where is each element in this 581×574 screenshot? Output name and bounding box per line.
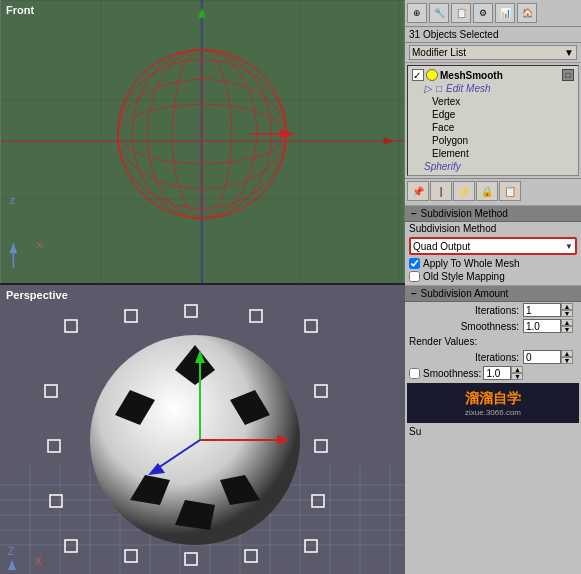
svg-text:Z: Z (9, 195, 15, 206)
render-smoothness-input[interactable] (483, 366, 511, 380)
render-values-label: Render Values: (405, 334, 581, 349)
render-iterations-row: Iterations: ▲ ▼ (405, 349, 581, 365)
sub-bottom: Su (405, 425, 581, 438)
sub-bottom-label: Su (409, 426, 421, 437)
old-style-mapping-checkbox[interactable] (409, 271, 420, 282)
render-iterations-input[interactable] (523, 350, 561, 364)
element-label: Element (432, 148, 469, 159)
perspective-viewport-label: Perspective (6, 289, 68, 301)
modifier-list-row[interactable]: Modifier List ▼ (405, 43, 581, 63)
render-iterations-label: Iterations: (409, 352, 523, 363)
subdivision-method-title: Subdivision Method (421, 208, 508, 219)
viewport-perspective[interactable]: Perspective (0, 285, 405, 574)
viewport-front[interactable]: Front (0, 0, 405, 285)
meshsmooth-checkbox[interactable]: ✓ (412, 69, 424, 81)
stack-btn4[interactable]: 🔒 (476, 181, 498, 201)
render-smoothness-row: Smoothness: ▲ ▼ (405, 365, 581, 381)
toolbar-btn-6[interactable]: 🏠 (517, 3, 537, 23)
modifier-stack: ✓ MeshSmooth □ ▷ □ Edit Mesh Vertex Edge… (407, 65, 579, 176)
render-iterations-up[interactable]: ▲ (561, 350, 573, 357)
pin-btn[interactable]: 📌 (407, 181, 429, 201)
edge-label: Edge (432, 109, 455, 120)
old-style-mapping-row[interactable]: Old Style Mapping (405, 270, 581, 283)
smoothness-input[interactable] (523, 319, 561, 333)
smoothness-down[interactable]: ▼ (561, 326, 573, 333)
right-panel: ⊕ 🔧 📋 ⚙ 📊 🏠 31 Objects Selected Modifier… (405, 0, 581, 574)
stack-btn3[interactable]: ⚡ (453, 181, 475, 201)
stack-item-editmesh[interactable]: ▷ □ Edit Mesh (422, 82, 576, 95)
meshsmooth-label: MeshSmooth (440, 70, 503, 81)
status-text: 31 Objects Selected (409, 29, 499, 40)
top-toolbar: ⊕ 🔧 📋 ⚙ 📊 🏠 (405, 0, 581, 27)
render-smoothness-label: Smoothness: (423, 368, 481, 379)
editmesh-label: Edit Mesh (446, 83, 490, 94)
stack-item-edge[interactable]: Edge (430, 108, 576, 121)
status-bar: 31 Objects Selected (405, 27, 581, 43)
toolbar-btn-1[interactable]: ⊕ (407, 3, 427, 23)
front-grid: Z X (0, 0, 405, 283)
subdivision-method-sublabel: Subdivision Method (405, 222, 581, 235)
apply-to-whole-mesh-row[interactable]: Apply To Whole Mesh (405, 257, 581, 270)
smoothness-arrows: ▲ ▼ (561, 319, 573, 333)
smoothness-label: Smoothness: (409, 321, 523, 332)
stack-item-polygon[interactable]: Polygon (430, 134, 576, 147)
subdivision-amount-header: – Subdivision Amount (405, 285, 581, 302)
stack-item-face[interactable]: Face (430, 121, 576, 134)
render-smoothness-arrows: ▲ ▼ (511, 366, 523, 380)
meshsmooth-collapse[interactable]: □ (562, 69, 574, 81)
iterations-up[interactable]: ▲ (561, 303, 573, 310)
logo-container: 溜溜自学 zixue.3066.com (465, 390, 521, 417)
render-iterations-arrows: ▲ ▼ (561, 350, 573, 364)
logo-text: 溜溜自学 (465, 390, 521, 408)
toolbar-btn-5[interactable]: 📊 (495, 3, 515, 23)
render-iterations-spinner[interactable]: ▲ ▼ (523, 350, 577, 364)
subdivision-method-header: – Subdivision Method (405, 205, 581, 222)
render-smoothness-up[interactable]: ▲ (511, 366, 523, 373)
vertex-label: Vertex (432, 96, 460, 107)
iterations-arrows: ▲ ▼ (561, 303, 573, 317)
render-smoothness-checkbox[interactable] (409, 368, 420, 379)
stack-item-spherify[interactable]: Spherify (422, 160, 576, 173)
quad-dropdown-row[interactable]: Quad Output ▼ (405, 235, 581, 257)
smoothness-spinner[interactable]: ▲ ▼ (523, 319, 577, 333)
apply-to-whole-mesh-checkbox[interactable] (409, 258, 420, 269)
subdivision-amount-title: Subdivision Amount (421, 288, 509, 299)
stack-item-vertex[interactable]: Vertex (430, 95, 576, 108)
stack-item-meshsmooth[interactable]: ✓ MeshSmooth □ (410, 68, 576, 82)
smoothness-row: Smoothness: ▲ ▼ (405, 318, 581, 334)
toolbar-btn-2[interactable]: 🔧 (429, 3, 449, 23)
stack-bottom-toolbar: 📌 | ⚡ 🔒 📋 (405, 178, 581, 203)
perspective-grid: Z X (0, 285, 405, 574)
quad-output-label: Quad Output (413, 241, 470, 252)
quad-dropdown-arrow: ▼ (565, 242, 573, 251)
front-viewport-label: Front (6, 4, 34, 16)
modifier-list-dropdown[interactable]: Modifier List ▼ (409, 45, 577, 60)
modifier-list-arrow: ▼ (564, 47, 574, 58)
svg-text:X: X (35, 556, 42, 567)
section-minus-2-icon: – (411, 288, 417, 299)
old-style-mapping-label: Old Style Mapping (423, 271, 505, 282)
logo-sub: zixue.3066.com (465, 408, 521, 417)
iterations-input[interactable] (523, 303, 561, 317)
polygon-label: Polygon (432, 135, 468, 146)
render-smoothness-down[interactable]: ▼ (511, 373, 523, 380)
spherify-label: Spherify (424, 161, 461, 172)
logo-area: 溜溜自学 zixue.3066.com (407, 383, 579, 423)
iterations-down[interactable]: ▼ (561, 310, 573, 317)
stack-item-element[interactable]: Element (430, 147, 576, 160)
quad-output-dropdown[interactable]: Quad Output ▼ (409, 237, 577, 255)
toolbar-btn-3[interactable]: 📋 (451, 3, 471, 23)
iterations-row: Iterations: ▲ ▼ (405, 302, 581, 318)
stack-btn2[interactable]: | (430, 181, 452, 201)
smoothness-up[interactable]: ▲ (561, 319, 573, 326)
svg-text:X: X (36, 239, 43, 250)
iterations-spinner[interactable]: ▲ ▼ (523, 303, 577, 317)
render-smoothness-spinner[interactable]: ▲ ▼ (483, 366, 527, 380)
render-iterations-down[interactable]: ▼ (561, 357, 573, 364)
apply-to-whole-mesh-label: Apply To Whole Mesh (423, 258, 520, 269)
stack-btn5[interactable]: 📋 (499, 181, 521, 201)
face-label: Face (432, 122, 454, 133)
toolbar-btn-4[interactable]: ⚙ (473, 3, 493, 23)
meshsmooth-lightbulb[interactable] (426, 69, 438, 81)
section-minus-icon: – (411, 208, 417, 219)
